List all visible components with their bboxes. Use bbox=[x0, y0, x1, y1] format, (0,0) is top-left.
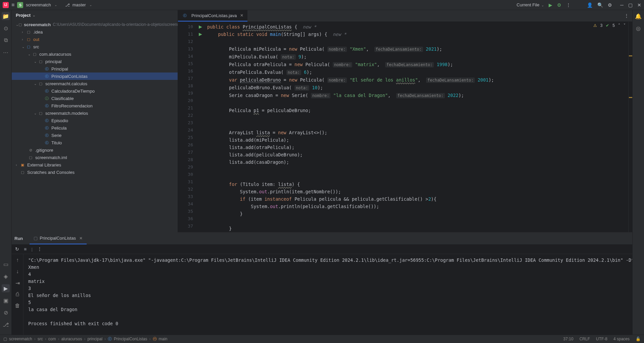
commit-tool-icon[interactable]: ⊙ bbox=[2, 24, 10, 32]
chevron-down-icon[interactable]: ˅ bbox=[624, 23, 626, 28]
maximize-icon[interactable]: ▢ bbox=[628, 2, 633, 8]
wrap-icon[interactable]: ⇥ bbox=[13, 279, 21, 287]
run-gutter-icon[interactable]: ▶ bbox=[196, 31, 204, 38]
tree-package[interactable]: ⌄▢com.aluracursos bbox=[12, 50, 178, 58]
line-separator[interactable]: CRLF bbox=[580, 337, 590, 341]
chevron-down-icon: ⌄ bbox=[54, 3, 57, 7]
tree-folder-src[interactable]: ⌄▢src bbox=[12, 43, 178, 50]
tree-class[interactable]: ⓒFiltroRecomendacion bbox=[12, 102, 178, 109]
up-icon[interactable]: ↑ bbox=[13, 256, 21, 264]
readonly-icon[interactable]: 🔓 bbox=[636, 337, 641, 341]
notifications-icon[interactable]: 🔔 bbox=[634, 12, 642, 20]
title-bar: IJ ≡ S screenmatch ⌄ ⎇ master ⌄ Current … bbox=[0, 0, 644, 10]
file-encoding[interactable]: UTF-8 bbox=[596, 337, 607, 341]
editor-tabs: ⓒ PrincipalConListas.java ✕ ⋮ bbox=[178, 10, 632, 22]
stop-icon[interactable]: ■ bbox=[24, 246, 27, 252]
tree-external-libs[interactable]: ›▣External Libraries bbox=[12, 161, 178, 168]
tree-package[interactable]: ⌄▢screenmatch.modelos bbox=[12, 109, 178, 117]
breadcrumb-item[interactable]: main bbox=[159, 337, 168, 341]
tree-folder-out[interactable]: ›▢out bbox=[12, 36, 178, 43]
tree-folder-idea[interactable]: ›▢.idea bbox=[12, 28, 178, 36]
close-icon[interactable]: ✕ bbox=[637, 2, 641, 8]
breadcrumb-item[interactable]: aluracursos bbox=[61, 337, 82, 341]
run-tool-icon[interactable]: ▶ bbox=[2, 284, 10, 292]
branch-name[interactable]: master bbox=[73, 2, 86, 7]
project-badge: S bbox=[17, 2, 23, 8]
branch-icon: ⎇ bbox=[65, 3, 70, 7]
rerun-icon[interactable]: ↻ bbox=[15, 246, 19, 252]
run-output[interactable]: "C:\Program Files\Java\jdk-17\bin\java.e… bbox=[24, 254, 632, 335]
left-tool-rail: 📁 ⊙ ⧉ ⋯ ▭ ◈ ▶ ▣ ⊘ ⎇ bbox=[0, 10, 12, 335]
square-icon: ▢ bbox=[3, 337, 7, 341]
project-tool-icon[interactable]: 📁 bbox=[2, 12, 10, 20]
run-title: Run bbox=[14, 236, 23, 241]
run-tab[interactable]: ▢ PrincipalConListas ✕ bbox=[30, 233, 87, 244]
status-bar: ▢ screenmatch› src› com› aluracursos› pr… bbox=[0, 335, 644, 343]
chevron-up-icon[interactable]: ˄ bbox=[618, 23, 620, 28]
typo-count: 5 bbox=[612, 23, 615, 28]
run-gutter-icon[interactable]: ▶ bbox=[196, 23, 204, 31]
run-config-selector[interactable]: Current File ⌄ bbox=[517, 2, 544, 7]
bookmarks-tool-icon[interactable]: ▭ bbox=[2, 260, 10, 268]
close-icon[interactable]: ✕ bbox=[79, 236, 83, 241]
more-icon[interactable]: ⋮ bbox=[37, 246, 42, 252]
check-icon: ✔ bbox=[606, 23, 609, 28]
tree-class[interactable]: ⓒPrincipal bbox=[12, 65, 178, 72]
more-tool-icon[interactable]: ⋯ bbox=[2, 48, 10, 56]
run-panel: Run ▢ PrincipalConListas ✕ ↻ ■ | ⋮ ↑ ↓ ⇥… bbox=[12, 232, 632, 335]
debug-icon[interactable]: ⚙ bbox=[557, 2, 561, 8]
class-icon: ⓒ bbox=[182, 13, 187, 18]
editor-tab[interactable]: ⓒ PrincipalConListas.java ✕ bbox=[178, 10, 247, 21]
tab-label: PrincipalConListas.java bbox=[191, 13, 237, 18]
tree-class[interactable]: ⓒTitulo bbox=[12, 139, 178, 146]
right-tool-rail: 🔔 ◎ bbox=[632, 10, 644, 335]
services-tool-icon[interactable]: ◈ bbox=[2, 272, 10, 280]
tree-package[interactable]: ⌄▢principal bbox=[12, 58, 178, 65]
tree-interface[interactable]: ⓘClasificable bbox=[12, 95, 178, 102]
tree-iml[interactable]: ▢screenmatch.iml bbox=[12, 154, 178, 161]
breadcrumb-item[interactable]: PrincipalConListas bbox=[114, 337, 147, 341]
breadcrumb-item[interactable]: src bbox=[38, 337, 43, 341]
tree-package[interactable]: ⌄▢screenmacht.calculos bbox=[12, 80, 178, 87]
run-top-toolbar: ↻ ■ | ⋮ bbox=[12, 244, 632, 254]
tree-class[interactable]: ⓒEpisodio bbox=[12, 117, 178, 124]
settings-icon[interactable]: ⚙ bbox=[608, 2, 612, 8]
tab-menu-icon[interactable]: ⋮ bbox=[624, 13, 629, 18]
run-icon[interactable]: ▶ bbox=[549, 2, 552, 8]
warning-icon: ⚠ bbox=[593, 23, 597, 28]
trash-icon[interactable]: 🗑 bbox=[13, 302, 21, 310]
breadcrumb-item[interactable]: principal bbox=[87, 337, 102, 341]
more-icon[interactable]: ⋮ bbox=[566, 2, 571, 8]
breadcrumb[interactable]: ▢ screenmatch› src› com› aluracursos› pr… bbox=[3, 336, 168, 342]
problems-tool-icon[interactable]: ⊘ bbox=[2, 308, 10, 316]
tree-gitignore[interactable]: ⊘.gitignore bbox=[12, 146, 178, 154]
breadcrumb-item[interactable]: com bbox=[48, 337, 56, 341]
project-name[interactable]: screenmatch bbox=[26, 2, 51, 7]
print-icon[interactable]: ⎙ bbox=[13, 290, 21, 298]
tree-scratches[interactable]: ▢Scratches and Consoles bbox=[12, 168, 178, 176]
terminal-tool-icon[interactable]: ▣ bbox=[2, 296, 10, 304]
close-icon[interactable]: ✕ bbox=[240, 13, 243, 18]
tree-class[interactable]: ⓒPelicula bbox=[12, 124, 178, 132]
vcs-tool-icon[interactable]: ⎇ bbox=[2, 321, 10, 329]
tree-class-selected[interactable]: ⓒPrincipalConListas bbox=[12, 72, 178, 80]
cursor-position[interactable]: 37:10 bbox=[563, 337, 573, 341]
structure-tool-icon[interactable]: ⧉ bbox=[2, 36, 10, 44]
run-side-toolbar: ↑ ↓ ⇥ ⎙ 🗑 bbox=[12, 254, 24, 335]
code-with-me-icon[interactable]: 👤 bbox=[587, 2, 593, 8]
app-logo: IJ bbox=[3, 2, 9, 8]
main-menu-icon[interactable]: ≡ bbox=[11, 2, 14, 8]
editor-inspections[interactable]: ⚠3 ✔5 ˄ ˅ bbox=[593, 23, 626, 28]
down-icon[interactable]: ↓ bbox=[13, 267, 21, 276]
tree-root[interactable]: ⌄▢screenmatchC:\Users\ASUS\Documents\apl… bbox=[12, 21, 178, 28]
breadcrumb-item[interactable]: screenmatch bbox=[9, 337, 32, 341]
run-tab-label: PrincipalConListas bbox=[40, 236, 76, 241]
project-panel-header[interactable]: Project⌄ bbox=[12, 10, 178, 20]
indent-setting[interactable]: 4 spaces bbox=[613, 337, 630, 341]
minimize-icon[interactable]: ─ bbox=[620, 2, 624, 8]
tree-class[interactable]: ⓒCalculadoraDeTiempo bbox=[12, 87, 178, 95]
search-icon[interactable]: 🔍 bbox=[597, 2, 603, 8]
chevron-down-icon: ⌄ bbox=[89, 3, 92, 7]
tree-class[interactable]: ⓒSerie bbox=[12, 132, 178, 139]
ai-icon[interactable]: ◎ bbox=[634, 24, 642, 32]
